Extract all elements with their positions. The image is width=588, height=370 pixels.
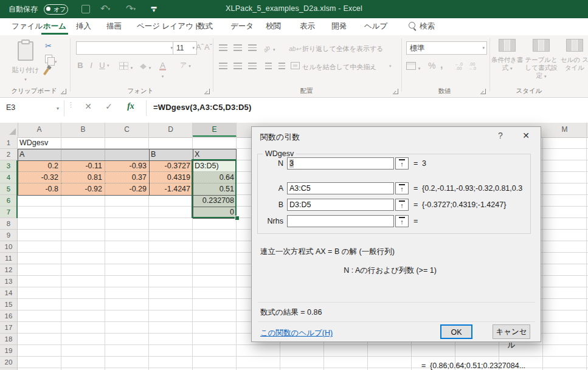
row-header-10[interactable]: 10 [0,241,17,253]
bold-button[interactable]: B [76,61,85,70]
row-header-11[interactable]: 11 [0,253,17,264]
dialog-help-button[interactable]: ? [494,131,507,140]
row-header-1[interactable]: 1 [0,137,17,149]
column-header-D[interactable]: D [149,123,193,137]
cell-D3[interactable]: -0.3727 [149,160,193,172]
decrease-decimal-button[interactable]: .00→.0 [468,62,476,70]
formula-input[interactable]: =WDgesv(3,A3:C5,D3:D5) [153,103,252,112]
row-header-13[interactable]: 13 [0,276,17,287]
tab-view[interactable]: 表示 [292,18,323,35]
argument-input-N[interactable]: 3 [287,157,394,170]
row-header-4[interactable]: 4 [0,172,17,183]
column-header-B[interactable]: B [61,123,105,137]
function-help-link[interactable]: この関数のヘルプ(H) [260,328,333,338]
align-right-button[interactable] [246,58,259,70]
align-top-button[interactable] [216,40,230,52]
accounting-format-button[interactable]: ▾ [406,62,420,72]
row-header-5[interactable]: 5 [0,183,17,195]
enter-entry-button[interactable]: ✓ [101,101,117,111]
row-header-2[interactable]: 2 [0,149,17,160]
cell-C5[interactable]: -0.29 [105,183,149,195]
cell-styles-button[interactable]: セルの スタイル [559,39,588,72]
borders-button[interactable]: ▾ [119,62,133,71]
cell-C4[interactable]: 0.37 [105,172,149,183]
select-all-corner[interactable] [0,123,18,137]
column-header-E[interactable]: E [193,123,237,137]
cell-B2[interactable] [61,149,105,160]
row-header-8[interactable]: 8 [0,218,17,230]
collapse-dialog-button-B[interactable]: ↑ [395,199,409,211]
cell-B4[interactable]: 0.81 [61,172,105,183]
formula-bar-drag-handle[interactable]: ⋮ [67,103,74,106]
shrink-font-button[interactable]: Aˇ [204,43,212,52]
collapse-dialog-button-A[interactable]: ↑ [395,182,409,194]
argument-input-Nrhs[interactable] [287,215,394,227]
cut-button[interactable]: ✂ [45,41,63,55]
font-dialog-launcher[interactable] [204,89,210,94]
increase-decimal-button[interactable]: ←.0.00 [455,62,463,70]
row-header-17[interactable]: 17 [0,322,17,334]
cell-B3[interactable]: -0.11 [61,160,105,172]
tab-data[interactable]: データ [223,18,261,35]
italic-button[interactable]: I [88,61,94,70]
cell-D2[interactable]: B [149,149,193,160]
tab-help[interactable]: ヘルプ [356,18,395,35]
tab-draw[interactable]: 描画 [99,18,130,35]
format-painter-button[interactable] [45,68,63,81]
collapse-dialog-button-N[interactable]: ↑ [395,157,409,170]
dialog-close-button[interactable]: ✕ [518,131,534,140]
row-header-6[interactable]: 6 [0,195,17,207]
wrap-text-button[interactable]: 折り返して全体を表示する [302,44,384,53]
ok-button[interactable]: OK [440,324,472,339]
row-header-19[interactable]: 19 [0,345,17,357]
furigana-button[interactable]: ア ▾ [180,61,191,70]
row-header-15[interactable]: 15 [0,299,17,310]
tab-insert[interactable]: 挿入 [68,18,99,35]
cell-C2[interactable] [105,149,149,160]
align-center-button[interactable] [231,58,244,70]
font-color-button[interactable]: A ▾ [159,61,166,80]
tab-formulas[interactable]: 数式 [190,18,221,35]
orientation-button[interactable]: ab ▾ [263,40,276,52]
row-header-9[interactable]: 9 [0,230,17,241]
insert-function-button[interactable]: fx [123,101,139,111]
search-box[interactable]: 検索 [409,18,435,35]
cell-B5[interactable]: -0.92 [61,183,105,195]
align-middle-button[interactable] [231,40,244,52]
number-format-combo[interactable]: 標準▾ [406,41,487,55]
fill-handle[interactable] [235,216,240,221]
column-header-M[interactable]: M [543,123,587,137]
column-header-A[interactable]: A [18,123,61,137]
argument-input-B[interactable]: D3:D5 [287,199,394,211]
row-header-20[interactable]: 20 [0,357,17,368]
increase-indent-button[interactable] [275,58,288,70]
row-header-12[interactable]: 12 [0,264,17,276]
font-size-combo[interactable]: 11▾ [173,41,197,55]
cell-A1[interactable]: WDgesv [18,137,61,149]
format-as-table-button[interactable]: テーブルとして書式設定 ▾ [524,39,558,80]
merge-dropdown[interactable]: ▾ [389,64,392,69]
underline-button[interactable]: U [98,61,106,70]
cell-A4[interactable]: -0.32 [18,172,61,183]
fill-color-button[interactable]: ▾ [140,62,151,71]
number-dialog-launcher[interactable] [480,89,486,94]
decrease-indent-button[interactable] [261,58,275,70]
argument-input-A[interactable]: A3:C5 [287,182,394,194]
underline-dropdown[interactable]: ▾ [107,63,109,68]
comma-style-button[interactable]: , [440,60,443,70]
grow-font-button[interactable]: Aˆ [196,43,204,52]
tab-review[interactable]: 校閲 [258,18,289,35]
alignment-dialog-launcher[interactable] [393,89,398,94]
cell-D4[interactable]: 0.4319 [149,172,193,183]
row-header-16[interactable]: 16 [0,310,17,322]
align-left-button[interactable] [216,58,230,70]
align-bottom-button[interactable] [246,40,259,52]
cell-A5[interactable]: -0.8 [18,183,61,195]
tab-developer[interactable]: 開発 [323,18,355,35]
conditional-formatting-button[interactable]: 条件付き書式 ▾ [490,39,524,72]
paste-button[interactable]: 貼り付け▾ [9,40,43,87]
row-header-18[interactable]: 18 [0,334,17,345]
row-header-3[interactable]: 3 [0,160,17,172]
row-header-7[interactable]: 7 [0,207,17,218]
percent-style-button[interactable]: % [428,61,435,70]
